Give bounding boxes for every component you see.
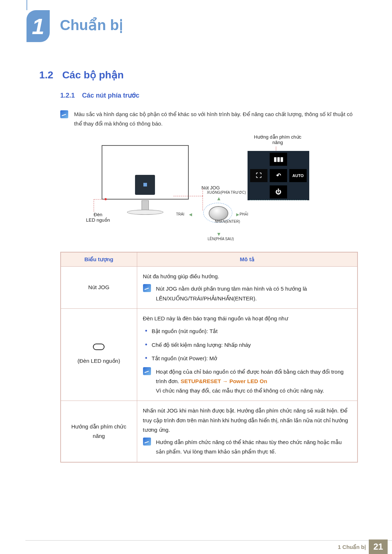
row-led-note: Hoạt động của chỉ báo nguồn có thể được … <box>156 367 352 396</box>
row-jog-desc: Nút đa hướng giúp điều hướng. Nút JOG nằ… <box>137 267 358 309</box>
header-accent-line <box>26 0 27 10</box>
row-jog-desc-main: Nút đa hướng giúp điều hướng. <box>143 272 352 281</box>
osd-return-icon: ↶ <box>270 169 287 182</box>
list-item: Tắt nguồn (nút Power): Mở <box>145 353 352 364</box>
list-item: Chế độ tiết kiệm năng lượng: Nhấp nháy <box>145 339 352 351</box>
table-row: Hướng dẫn phím chức năng Nhấn nút JOG kh… <box>61 401 358 462</box>
dir-down-label: LÊN(PHÍA SAU) <box>208 237 234 241</box>
key-guide-label: Hướng dẫn phím chức năng <box>249 134 307 145</box>
chapter-badge: 1 <box>26 10 50 42</box>
intro-note-text: Màu sắc và hình dạng các bộ phận có thể … <box>74 110 359 128</box>
table-row: (Đèn LED nguồn) Đèn LED này là đèn báo t… <box>61 308 358 401</box>
row-jog-note: Nút JOG nằm dưới phần trung tâm màn hình… <box>156 284 352 303</box>
front-buttons-table: Biểu tượng Mô tả Nút JOG Nút đa hướng gi… <box>60 252 358 463</box>
power-led-icon <box>93 344 105 350</box>
chapter-number: 1 <box>32 13 44 39</box>
row-keyguide-desc: Nhấn nút JOG khi màn hình được bật. Hướn… <box>137 401 358 462</box>
osd-auto-button: AUTO <box>289 169 307 182</box>
monitor-osd-preview <box>135 175 155 195</box>
arrow-left-icon: ◄ <box>188 212 193 217</box>
row-led-label: (Đèn LED nguồn) <box>61 308 137 401</box>
osd-key-guide-panel: ▮▮▮ ⛶ ↶ AUTO ⏻ Return <box>248 151 309 200</box>
row-led-bullets: Bật nguồn (nút nguồn): Tắt Chế độ tiết k… <box>143 325 352 364</box>
front-buttons-diagram: Đèn LED nguồn Nút JOG Hướng dẫn phím chứ… <box>83 134 327 250</box>
arrow-right-icon: ► <box>235 212 240 217</box>
section-title: Các bộ phận <box>62 69 123 81</box>
arrow-down-icon: ▼ <box>216 231 221 237</box>
row-led-label-text: (Đèn LED nguồn) <box>78 358 120 364</box>
note-icon <box>143 438 151 446</box>
monitor-outline <box>102 145 189 200</box>
subsection-heading: 1.2.1 Các nút phía trước <box>60 91 139 99</box>
osd-aspect-icon: ⛶ <box>250 169 268 182</box>
power-led-label: Đèn LED nguồn <box>80 212 116 223</box>
arrow-up-icon: ▲ <box>216 196 221 201</box>
jog-direction-legend: XUỐNG(PHÍA TRƯỚC) LÊN(PHÍA SAU) TRÁI PHẢ… <box>192 190 247 241</box>
note-icon <box>60 110 68 118</box>
dir-right-label: PHẢI <box>240 212 248 216</box>
section-heading: 1.2 Các bộ phận <box>39 69 124 81</box>
osd-power-icon: ⏻ <box>270 185 287 198</box>
page-footer: 1 Chuẩn bị 21 <box>0 537 392 554</box>
jog-button-label: Nút JOG <box>201 185 220 190</box>
row-jog-label: Nút JOG <box>61 267 137 309</box>
osd-return-label: Return <box>248 200 309 212</box>
list-item: Bật nguồn (nút nguồn): Tắt <box>145 325 352 337</box>
table-row: Nút JOG Nút đa hướng giúp điều hướng. Nú… <box>61 267 358 309</box>
footer-divider <box>25 540 392 541</box>
chapter-title: Chuẩn bị <box>60 17 123 33</box>
callout-line <box>94 199 94 212</box>
section-number: 1.2 <box>39 69 53 81</box>
subsection-title: Các nút phía trước <box>82 92 139 99</box>
row-keyguide-label: Hướng dẫn phím chức năng <box>61 401 137 462</box>
row-keyguide-note: Hướng dẫn phím chức năng có thể khác nha… <box>156 438 352 457</box>
callout-line <box>94 199 105 200</box>
row-led-desc-main: Đèn LED này là đèn báo trạng thái nguồn … <box>143 314 352 323</box>
th-desc: Mô tả <box>137 252 358 267</box>
row-led-desc: Đèn LED này là đèn báo trạng thái nguồn … <box>137 308 358 401</box>
th-icon: Biểu tượng <box>61 252 137 267</box>
osd-menu-icon: ▮▮▮ <box>270 153 287 166</box>
row-keyguide-desc-main: Nhấn nút JOG khi màn hình được bật. Hướn… <box>143 406 352 435</box>
footer-label: 1 Chuẩn bị <box>338 544 366 550</box>
dir-enter-label: NHẤN(ENTER) <box>215 219 240 223</box>
note-icon <box>143 367 151 375</box>
intro-note-block: Màu sắc và hình dạng các bộ phận có thể … <box>60 110 359 128</box>
dir-left-label: TRÁI <box>176 212 184 216</box>
monitor-stand-base <box>127 210 163 215</box>
subsection-number: 1.2.1 <box>60 92 75 99</box>
note-icon <box>143 284 151 292</box>
dir-up-label: XUỐNG(PHÍA TRƯỚC) <box>207 190 246 194</box>
footer-page-number: 21 <box>369 539 388 554</box>
